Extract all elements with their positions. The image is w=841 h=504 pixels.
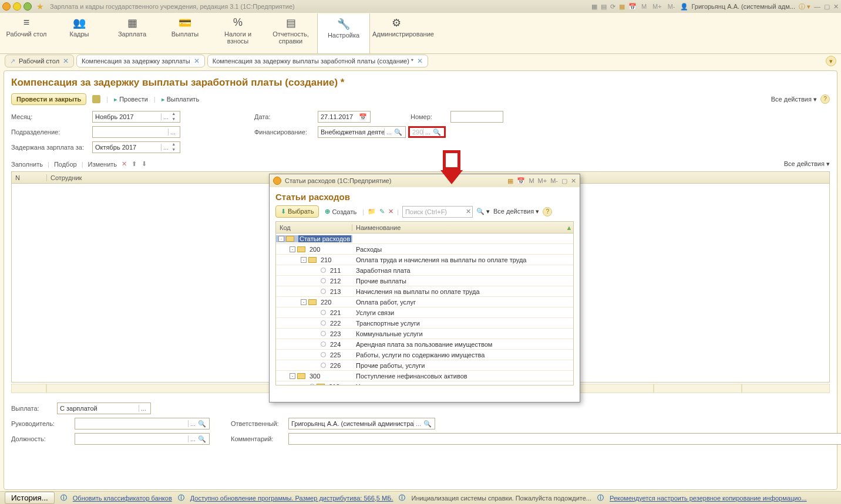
table-all-actions[interactable]: Все действия ▾ [784,160,830,168]
calc-icon[interactable]: ▦ [619,3,625,11]
max-icon[interactable]: ▢ [824,3,830,11]
favorite-icon[interactable]: ★ [36,2,44,11]
tab-desktop[interactable]: ↗Рабочий стол✕ [5,55,74,67]
vybrat-button[interactable]: ⬇ Выбрать [275,205,319,218]
provesti-zakryt-button[interactable]: Провести и закрыть [11,93,86,105]
otv-field[interactable]: Григорьянц А.А. (системный администрат..… [288,418,435,429]
stat-rashodov-field[interactable]: 290...🔍 [408,126,446,138]
finans-field[interactable]: Внебюджетная деятельн...🔍 [318,126,406,138]
col-kod[interactable]: Код [276,224,352,231]
section-admin[interactable]: ⚙Администрирование [370,13,423,53]
history-button[interactable]: История... [5,492,55,504]
tree-row[interactable]: -220Оплата работ, услуг [276,297,573,307]
toolbar-icon[interactable]: ▤ [601,3,607,11]
toolbar-icon[interactable]: ▦ [591,3,597,11]
tree-row[interactable]: 310Увеличение стоимости основных средств [276,381,573,385]
edit-icon[interactable]: ✎ [379,208,385,215]
tree-row[interactable]: 213Начисления на выплаты по оплате труда [276,286,573,297]
window-maximize-icon[interactable] [23,2,32,11]
window-close-icon[interactable] [2,2,11,11]
delete-icon[interactable]: ✕ [388,208,393,215]
move-up-icon[interactable]: ⬆ [132,160,137,168]
user-name[interactable]: Григорьянц А.А. (системный адм... [692,3,795,10]
clear-icon[interactable]: ✕ [466,208,471,215]
mesyac-field[interactable]: Ноябрь 2017...▴▾ [92,111,180,123]
tree-row[interactable]: 224Арендная плата за пользование имущест… [276,339,573,350]
sort-icon[interactable]: ▲ [565,224,573,231]
tree-row[interactable]: 225Работы, услуги по содержанию имуществ… [276,350,573,360]
tree-row[interactable]: 223Коммунальные услуги [276,329,573,339]
m-button[interactable]: M [640,3,648,10]
section-kadry[interactable]: 👥Кадры [53,13,106,53]
close-icon[interactable]: ✕ [833,3,839,11]
m-minus-button[interactable]: M- [667,3,677,10]
calc-icon[interactable]: ▦ [507,177,513,185]
search-input[interactable]: Поиск (Ctrl+F)✕ [402,206,473,218]
podrazd-field[interactable]: ... [92,126,180,138]
izmenit-button[interactable]: Изменить [88,161,117,168]
tree-row[interactable]: -210Оплата труда и начисления на выплаты… [276,255,573,265]
tab-close-icon[interactable]: ✕ [63,57,69,65]
window-minimize-icon[interactable] [13,2,21,11]
delete-row-icon[interactable]: ✕ [122,160,127,168]
save-button[interactable] [90,94,103,104]
m-plus-button[interactable]: M+ [651,3,663,10]
status-link-4[interactable]: Рекомендуется настроить резервное копиро… [610,495,807,502]
tree-row[interactable]: 212Прочие выплаты [276,276,573,286]
status-link-1[interactable]: Обновить классификатор банков [73,495,172,502]
search-icon[interactable]: 🔍 [432,128,442,136]
section-nalogi[interactable]: %Налоги и взносы [211,13,264,53]
zaderzh-field[interactable]: Октябрь 2017...▴▾ [92,141,180,153]
tab-compensation-list[interactable]: Компенсация за задержку зарплаты✕ [76,55,205,67]
podbor-button[interactable]: Подбор [54,161,77,168]
tree-row[interactable]: -Статьи расходов [276,234,573,244]
tree-row[interactable]: 226Прочие работы, услуги [276,360,573,371]
m-minus-button[interactable]: M- [550,177,558,184]
expense-tree[interactable]: Код Наименование ▲ -Статьи расходов-200Р… [275,221,574,385]
m-plus-button[interactable]: M+ [538,177,547,184]
tab-compensation-create[interactable]: Компенсация за задержку выплаты заработн… [207,55,428,67]
toolbar-icon[interactable]: ⟳ [610,3,615,11]
section-otchet[interactable]: ▤Отчетность, справки [264,13,317,53]
dialog-titlebar[interactable]: Статьи расходов (1С:Предприятие) ▦ 📅 M M… [270,174,580,187]
tree-row[interactable]: -200Расходы [276,244,573,255]
calendar-icon[interactable]: 📅 [517,177,525,185]
dialog-all-actions[interactable]: Все действия ▾ [493,208,539,215]
section-desktop[interactable]: ≡Рабочий стол [0,13,53,53]
help-icon[interactable]: ? [820,94,830,104]
calendar-icon[interactable]: 📅 [358,113,368,121]
dolzh-field[interactable]: ...🔍 [75,433,210,445]
tree-row[interactable]: 222Транспортные услуги [276,318,573,329]
tree-row[interactable]: 211Заработная плата [276,265,573,276]
col-n[interactable]: N [12,174,47,181]
section-zarplata[interactable]: ▦Зарплата [106,13,159,53]
vyplata-field[interactable]: С зарплатой... [57,402,151,414]
restore-icon[interactable]: ▢ [561,177,567,185]
move-down-icon[interactable]: ⬇ [142,160,147,168]
section-vyplaty[interactable]: 💳Выплаты [159,13,211,53]
help-icon[interactable]: ? [543,207,552,217]
tree-row[interactable]: -300Поступление нефинансовых активов [276,371,573,381]
vyplatit-button[interactable]: ▸Выплатить [159,94,201,104]
tab-close-icon[interactable]: ✕ [417,57,423,65]
data-field[interactable]: 27.11.2017📅 [318,111,371,123]
provesti-button[interactable]: ▸Провести [112,94,150,104]
search-icon[interactable]: 🔍 ▾ [476,208,490,215]
tab-close-icon[interactable]: ✕ [194,57,200,65]
zapolnit-button[interactable]: Заполнить [11,161,43,168]
status-link-2[interactable]: Доступно обновление программы. Размер ди… [190,495,393,502]
tabs-more-icon[interactable]: ▾ [826,56,836,66]
help-icon[interactable]: ⓘ ▾ [799,2,810,11]
all-actions-menu[interactable]: Все действия ▾ [771,96,817,103]
col-naim[interactable]: Наименование [352,224,565,231]
search-icon[interactable]: 🔍 [393,128,403,136]
calendar-icon[interactable]: 📅 [628,3,637,11]
komm-field[interactable] [288,433,841,445]
sozdat-button[interactable]: ⊕Создать [322,207,359,217]
min-icon[interactable]: — [814,3,820,10]
tree-row[interactable]: 221Услуги связи [276,307,573,318]
m-button[interactable]: M [529,177,534,184]
nomer-field[interactable] [450,111,503,123]
section-nastroika[interactable]: 🔧Настройка [317,13,370,53]
folder-icon[interactable]: 📁 [368,208,376,215]
